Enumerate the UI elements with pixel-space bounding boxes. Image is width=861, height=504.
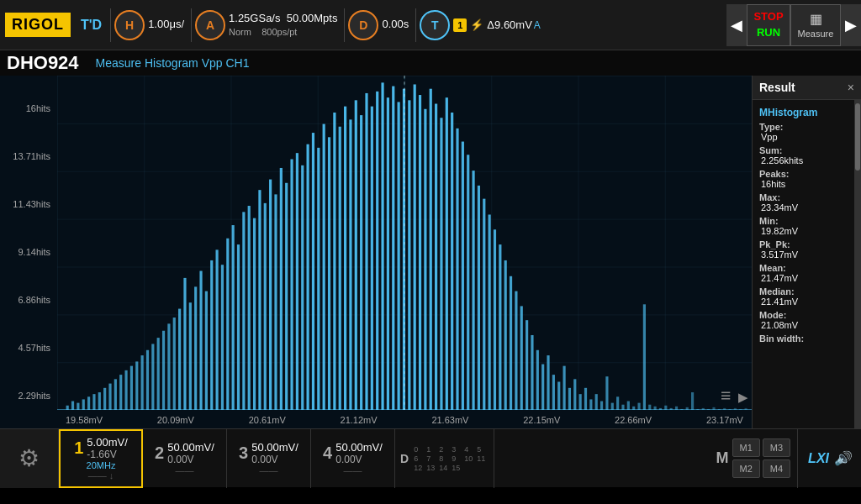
svg-rect-85 (504, 260, 507, 410)
svg-rect-57 (355, 100, 357, 410)
svg-rect-36 (242, 212, 245, 410)
svg-rect-80 (478, 186, 480, 410)
measure-button[interactable]: ▦ Measure (790, 4, 841, 46)
y-label-6: 4.57hits (3, 343, 54, 353)
y-axis-labels: 16hits 13.71hits 11.43hits 9.14hits 6.86… (0, 76, 57, 428)
svg-rect-99 (579, 394, 582, 410)
svg-rect-81 (483, 199, 485, 410)
svg-rect-108 (627, 402, 630, 410)
svg-rect-7 (87, 396, 90, 410)
svg-rect-33 (226, 239, 229, 410)
trigger-delta: Δ9.60mV (487, 18, 532, 31)
top-bar: RIGOL T'D H 1.00μs/ A 1.25GSa/s 50.00Mpt… (0, 0, 861, 50)
ch2-volt: 50.00mV/ (167, 441, 214, 454)
d-button[interactable]: D (348, 10, 378, 40)
channel-1-button[interactable]: 1 5.00mV/ -1.66V 20MHz —— ↓ (59, 429, 143, 488)
svg-rect-101 (589, 399, 592, 410)
result-max-value: 23.34mV (761, 202, 848, 213)
ch1-offset: -1.66V (87, 449, 116, 460)
svg-rect-100 (584, 388, 587, 410)
svg-rect-82 (489, 214, 491, 410)
main-content: 16hits 13.71hits 11.43hits 9.14hits 6.86… (0, 76, 861, 428)
svg-rect-68 (414, 84, 416, 410)
d-label: D (400, 452, 409, 465)
svg-rect-8 (92, 394, 95, 410)
m3-button[interactable]: M3 (763, 438, 790, 457)
y-label-1: 16hits (3, 103, 54, 113)
result-mode-value: 21.08mV (761, 320, 848, 330)
svg-rect-89 (526, 320, 528, 410)
svg-rect-44 (285, 183, 288, 410)
svg-rect-105 (611, 403, 614, 410)
m1-button[interactable]: M1 (732, 438, 760, 457)
result-mean-value: 21.47mV (761, 273, 848, 283)
svg-rect-94 (552, 375, 555, 410)
svg-rect-52 (328, 137, 330, 410)
model-name: DHO924 (7, 52, 79, 74)
ch4-volt: 50.00mV/ (335, 441, 383, 454)
m-buttons: M1 M3 M2 M4 (732, 438, 791, 478)
x-axis-labels: 19.58mV 20.09mV 20.61mV 21.12mV 21.63mV … (57, 415, 752, 425)
settings-button[interactable]: ⚙ (0, 429, 59, 488)
svg-rect-70 (424, 109, 426, 410)
result-pkpk-key: Pk_Pk: (759, 239, 848, 249)
a-button[interactable]: A (195, 10, 225, 40)
svg-rect-30 (210, 260, 213, 410)
t-button[interactable]: T (420, 10, 450, 40)
h-button[interactable]: H (114, 10, 145, 40)
svg-rect-3 (66, 406, 69, 410)
svg-rect-95 (557, 381, 560, 410)
result-sum-key: Sum: (759, 145, 848, 155)
svg-rect-31 (215, 249, 218, 410)
channel-2-button[interactable]: 2 50.00mV/ 0.00V —— (143, 429, 227, 488)
svg-rect-46 (296, 153, 298, 410)
result-binwidth-key: Bin width: (759, 333, 848, 344)
svg-rect-26 (189, 302, 192, 410)
svg-rect-96 (563, 366, 565, 410)
svg-rect-41 (269, 180, 272, 410)
y-label-5: 6.86hits (3, 295, 54, 305)
ch3-volt: 50.00mV/ (251, 441, 298, 454)
result-mode-key: Mode: (759, 310, 848, 320)
right-nav-button[interactable]: ▶ (841, 4, 861, 46)
result-close-button[interactable]: × (848, 81, 854, 94)
svg-rect-69 (419, 95, 421, 410)
result-median-value: 21.41mV (761, 297, 848, 307)
a-param: 1.25GSa/s 50.00Mpts Norm 800ps/pt (229, 12, 337, 38)
h-param: 1.00μs/ (148, 18, 184, 32)
svg-rect-106 (616, 396, 619, 410)
svg-rect-117 (675, 407, 678, 410)
left-nav-button[interactable]: ◀ (726, 4, 747, 46)
svg-rect-78 (467, 155, 469, 410)
svg-rect-4 (71, 402, 74, 410)
svg-rect-66 (403, 89, 405, 410)
m4-button[interactable]: M4 (763, 459, 790, 478)
svg-rect-5 (77, 403, 79, 410)
td-badge[interactable]: T'D (81, 18, 102, 33)
result-panel: Result × MHistogram Type: Vpp Sum: 2.256… (752, 76, 861, 428)
x-label-2: 20.09mV (157, 415, 194, 425)
trigger-polarity: A (534, 19, 541, 31)
svg-rect-13 (119, 375, 122, 410)
ch4-number: 4 (323, 444, 332, 463)
stop-run-button[interactable]: STOP RUN (747, 4, 790, 46)
scrollbar-thumb (855, 103, 860, 171)
scrollbar[interactable] (854, 100, 861, 428)
m2-button[interactable]: M2 (732, 459, 760, 478)
d-channel-button[interactable]: D 012345 67891011 12131415 (395, 429, 494, 488)
lxi-section: LXI 🔊 (798, 450, 861, 466)
trigger-arrow: ⚡ (470, 18, 483, 31)
x-label-7: 22.66mV (615, 415, 652, 425)
svg-rect-87 (515, 291, 517, 410)
svg-rect-56 (349, 119, 351, 410)
histogram-svg: ≡ ▶ (57, 76, 752, 410)
lxi-label: LXI (808, 451, 829, 466)
result-max-key: Max: (759, 192, 848, 202)
channel-3-button[interactable]: 3 50.00mV/ 0.00V —— (227, 429, 311, 488)
svg-rect-61 (376, 92, 378, 410)
svg-rect-79 (472, 171, 474, 410)
ch1-indicator: 1 (453, 18, 467, 32)
y-label-4: 9.14hits (3, 247, 54, 257)
channel-4-button[interactable]: 4 50.00mV/ 0.00V —— (311, 429, 395, 488)
run-label: RUN (757, 25, 780, 40)
